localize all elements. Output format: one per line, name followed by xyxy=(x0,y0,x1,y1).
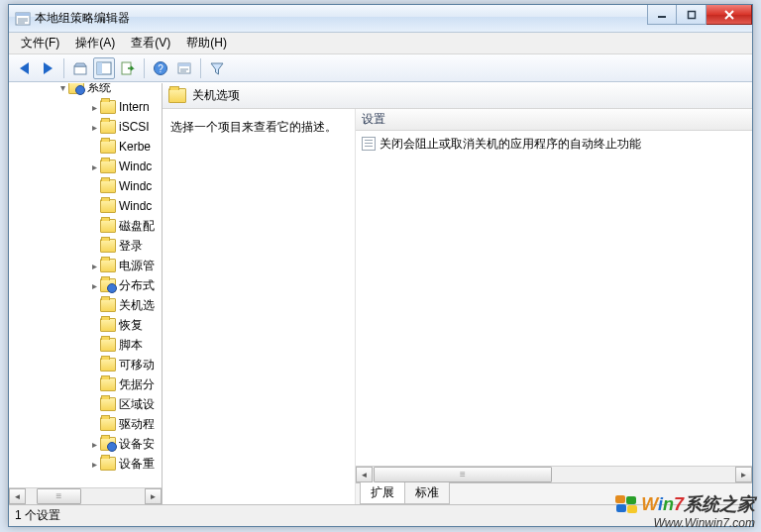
tree-item[interactable]: ▸分布式 xyxy=(9,275,162,295)
tree-item-label: 分布式 xyxy=(119,277,155,294)
properties-button[interactable] xyxy=(173,57,195,79)
tree-item[interactable]: ▸Intern xyxy=(9,97,162,117)
tree-item[interactable]: Windc xyxy=(9,176,162,196)
tree-item[interactable]: 登录 xyxy=(9,236,162,256)
folder-icon xyxy=(100,417,116,431)
folder-icon xyxy=(100,358,116,372)
tree-scroll[interactable]: ▾系统▸Intern▸iSCSIKerbe▸WindcWindcWindc磁盘配… xyxy=(9,83,162,487)
setting-row[interactable]: 关闭会阻止或取消关机的应用程序的自动终止功能 xyxy=(356,135,752,153)
description-text: 选择一个项目来查看它的描述。 xyxy=(170,120,337,134)
right-header: 关机选项 xyxy=(163,83,752,109)
scroll-right-button[interactable]: ► xyxy=(735,467,752,482)
folder-icon xyxy=(100,338,116,352)
tree-item[interactable]: ▸设备重 xyxy=(9,454,162,474)
minimize-button[interactable] xyxy=(647,5,677,25)
expander-icon[interactable]: ▸ xyxy=(88,122,100,133)
tree-item[interactable]: 磁盘配 xyxy=(9,216,162,236)
menu-help[interactable]: 帮助(H) xyxy=(178,33,235,53)
policy-icon xyxy=(362,137,376,151)
tree-item[interactable]: 凭据分 xyxy=(9,374,162,394)
menu-view[interactable]: 查看(V) xyxy=(123,33,178,53)
tree-item[interactable]: 关机选 xyxy=(9,295,162,315)
tree-item[interactable]: ▸iSCSI xyxy=(9,117,162,137)
show-tree-button[interactable] xyxy=(93,57,115,79)
svg-rect-1 xyxy=(16,13,30,16)
folder-icon xyxy=(100,100,116,114)
up-button[interactable] xyxy=(69,57,91,79)
export-button[interactable] xyxy=(117,57,139,79)
list-horizontal-scrollbar[interactable]: ◄ ► xyxy=(356,466,752,482)
toolbar: ? xyxy=(9,54,752,82)
tree-horizontal-scrollbar[interactable]: ◄ ► xyxy=(9,487,162,504)
tree-item[interactable]: 可移动 xyxy=(9,355,162,374)
folder-icon xyxy=(100,298,116,312)
svg-text:?: ? xyxy=(158,63,163,74)
svg-rect-11 xyxy=(97,62,102,74)
filter-button[interactable] xyxy=(206,57,228,79)
forward-button[interactable] xyxy=(37,57,58,79)
toolbar-separator xyxy=(144,58,145,78)
tree-item[interactable]: Kerbe xyxy=(9,137,162,157)
tree-item-label: 区域设 xyxy=(119,396,155,413)
window-title: 本地组策略编辑器 xyxy=(35,10,130,27)
tree-item-label: 脚本 xyxy=(119,337,143,354)
tree-item-label: 可移动 xyxy=(119,357,155,373)
help-button[interactable]: ? xyxy=(150,57,171,79)
svg-rect-16 xyxy=(178,63,190,66)
tree-item-label: 恢复 xyxy=(119,317,143,334)
folder-icon xyxy=(100,179,116,193)
expander-icon[interactable]: ▸ xyxy=(88,439,100,450)
tree-item[interactable]: Windc xyxy=(9,196,162,216)
scroll-thumb[interactable] xyxy=(37,488,81,504)
tree-item-label: 磁盘配 xyxy=(119,218,155,235)
tab-extended[interactable]: 扩展 xyxy=(360,482,405,504)
expander-icon[interactable]: ▸ xyxy=(88,261,100,271)
tree-item-label: 凭据分 xyxy=(119,376,155,393)
folder-icon xyxy=(100,219,116,233)
column-header-setting[interactable]: 设置 xyxy=(356,109,752,131)
tree-item[interactable]: ▸设备安 xyxy=(9,434,162,454)
tree-item[interactable]: 驱动程 xyxy=(9,414,162,434)
expander-icon[interactable]: ▸ xyxy=(88,459,100,470)
menu-file[interactable]: 文件(F) xyxy=(13,33,67,53)
expander-icon[interactable]: ▸ xyxy=(88,102,100,113)
tree-item-label: 设备安 xyxy=(119,436,155,453)
description-pane: 选择一个项目来查看它的描述。 xyxy=(163,109,356,504)
tree-item[interactable]: ▾系统 xyxy=(9,83,162,97)
tree-item[interactable]: ▸电源管 xyxy=(9,256,162,275)
tree-item-label: 系统 xyxy=(87,83,111,96)
tab-standard[interactable]: 标准 xyxy=(404,482,450,504)
scroll-left-button[interactable]: ◄ xyxy=(9,488,26,504)
tree-item[interactable]: 区域设 xyxy=(9,394,162,414)
back-button[interactable] xyxy=(13,57,35,79)
statusbar: 1 个设置 xyxy=(9,504,752,526)
tree-item-label: Windc xyxy=(119,179,152,193)
window-controls xyxy=(647,5,752,25)
tree-item-label: iSCSI xyxy=(119,120,150,134)
tree-item-label: Windc xyxy=(119,160,152,173)
scroll-thumb[interactable] xyxy=(374,467,552,482)
maximize-button[interactable] xyxy=(677,5,707,25)
app-icon xyxy=(15,11,31,27)
expander-icon[interactable]: ▾ xyxy=(56,83,68,93)
close-button[interactable] xyxy=(707,5,752,25)
tree-item[interactable]: 脚本 xyxy=(9,335,162,355)
menubar: 文件(F) 操作(A) 查看(V) 帮助(H) xyxy=(9,33,752,54)
setting-label: 关闭会阻止或取消关机的应用程序的自动终止功能 xyxy=(380,136,641,153)
tree-item[interactable]: ▸Windc xyxy=(9,157,162,176)
folder-icon xyxy=(100,199,116,213)
tree-item-label: 设备重 xyxy=(119,456,155,473)
folder-icon xyxy=(168,88,186,103)
expander-icon[interactable]: ▸ xyxy=(88,280,100,291)
toolbar-separator xyxy=(200,58,201,78)
tree-item-label: 电源管 xyxy=(119,258,155,274)
folder-icon xyxy=(100,377,116,391)
expander-icon[interactable]: ▸ xyxy=(88,161,100,172)
scroll-right-button[interactable]: ► xyxy=(145,488,162,504)
tree-item-label: Kerbe xyxy=(119,140,151,154)
menu-action[interactable]: 操作(A) xyxy=(67,33,123,53)
tree-item-label: Intern xyxy=(119,100,150,114)
settings-list-pane: 设置 关闭会阻止或取消关机的应用程序的自动终止功能 ◄ ► 扩展 标准 xyxy=(356,109,752,504)
scroll-left-button[interactable]: ◄ xyxy=(356,467,373,482)
tree-item[interactable]: 恢复 xyxy=(9,315,162,335)
